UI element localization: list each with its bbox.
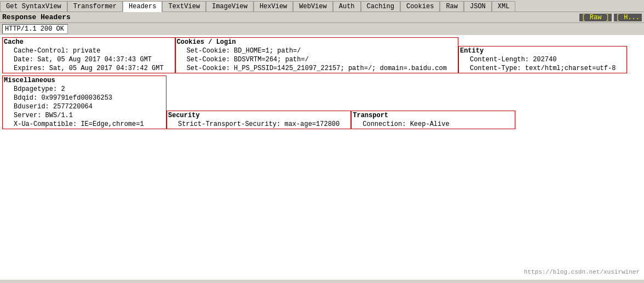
tab-headers[interactable]: Headers: [123, 1, 162, 12]
header-item: Strict-Transport-Security: max-age=17280…: [167, 120, 350, 129]
header-item: Cache-Control: private: [3, 47, 175, 55]
header-group-miscellaneous: MiscellaneousBdpagetype: 2Bdqid: 0x99791…: [2, 76, 166, 129]
raw-action[interactable]: [ Raw ]: [579, 14, 611, 21]
response-actions: [ Raw ] [ H...: [579, 14, 642, 21]
header-group-title: Entity: [459, 47, 626, 55]
header-group-title: Security: [167, 111, 350, 120]
header-item: Set-Cookie: BD_HOME=1; path=/: [176, 47, 458, 55]
http-status-input[interactable]: [2, 24, 68, 34]
tab-json[interactable]: JSON: [464, 1, 492, 11]
tab-textview[interactable]: TextView: [162, 1, 206, 11]
tab-auth[interactable]: Auth: [333, 1, 361, 11]
header-group-entity: EntityContent-Length: 202740Content-Type…: [458, 46, 627, 73]
header-item: Content-Length: 202740: [459, 55, 626, 64]
header-item: Date: Sat, 05 Aug 2017 04:37:43 GMT: [3, 55, 175, 64]
header-item: Server: BWS/1.1: [3, 111, 166, 120]
header-item: Bdqid: 0x99791efd00036253: [3, 94, 166, 102]
header-group-cache: CacheCache-Control: privateDate: Sat, 05…: [2, 37, 175, 73]
header-group-title: Cache: [3, 38, 175, 47]
watermark: https://blog.csdn.net/xusirwiner: [524, 269, 640, 275]
header-item: Set-Cookie: H_PS_PSSID=1425_21097_22157;…: [176, 64, 458, 73]
header-group-title: Miscellaneous: [3, 76, 166, 85]
tab-cookies[interactable]: Cookies: [400, 1, 440, 11]
http-status-bar: [0, 23, 644, 35]
header-item: Content-Type: text/html;charset=utf-8: [459, 64, 626, 73]
tab-bar: Get SyntaxViewTransformerHeadersTextView…: [0, 0, 644, 12]
header-group-security: SecurityStrict-Transport-Security: max-a…: [166, 111, 351, 129]
tab-get-syntaxview[interactable]: Get SyntaxView: [0, 1, 67, 11]
header-group-cookies-login: Cookies / LoginSet-Cookie: BD_HOME=1; pa…: [175, 37, 458, 73]
tab-transformer[interactable]: Transformer: [67, 1, 123, 11]
header-group-transport: TransportConnection: Keep-Alive: [351, 111, 515, 129]
header-group-title: Transport: [352, 111, 515, 120]
header-item: Expires: Sat, 05 Aug 2017 04:37:42 GMT: [3, 64, 175, 73]
header-group-title: Cookies / Login: [176, 38, 458, 47]
main-content: CacheCache-Control: privateDate: Sat, 05…: [0, 35, 644, 280]
header-item: X-Ua-Compatible: IE=Edge,chrome=1: [3, 120, 166, 129]
tab-imageview[interactable]: ImageView: [206, 1, 254, 11]
tab-hexview[interactable]: HexView: [254, 1, 293, 11]
tab-raw[interactable]: Raw: [440, 1, 464, 11]
response-title: Response Headers: [2, 13, 71, 21]
header-item: Connection: Keep-Alive: [352, 120, 515, 129]
tab-caching[interactable]: Caching: [361, 1, 400, 11]
header-action[interactable]: [ H...: [614, 14, 642, 21]
response-section: Response Headers [ Raw ] [ H...: [0, 12, 644, 23]
tab-webview[interactable]: WebView: [293, 1, 332, 11]
header-groups-container: CacheCache-Control: privateDate: Sat, 05…: [2, 37, 642, 131]
header-item: Bdpagetype: 2: [3, 85, 166, 94]
header-item: Bduserid: 2577220064: [3, 102, 166, 111]
header-item: Set-Cookie: BDSVRTM=264; path=/: [176, 55, 458, 64]
tab-xml[interactable]: XML: [492, 1, 516, 11]
